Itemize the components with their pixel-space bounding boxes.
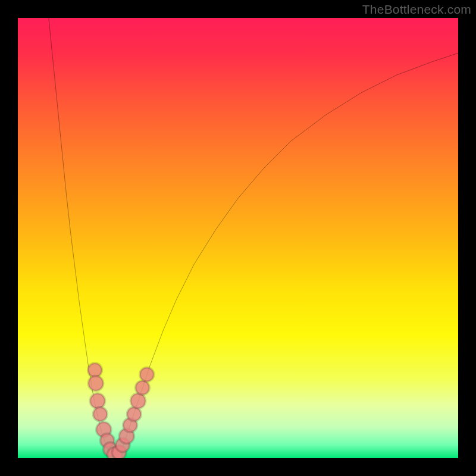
data-marker — [93, 407, 108, 421]
data-marker — [88, 376, 103, 391]
data-markers — [88, 363, 154, 458]
plot-area — [18, 18, 458, 458]
watermark-text: TheBottleneck.com — [362, 2, 471, 17]
plot-svg — [18, 18, 458, 458]
data-marker — [136, 381, 150, 395]
chart-frame: TheBottleneck.com — [0, 0, 476, 476]
data-marker — [90, 393, 105, 408]
bottleneck-curve — [49, 18, 458, 458]
data-marker — [140, 368, 154, 382]
